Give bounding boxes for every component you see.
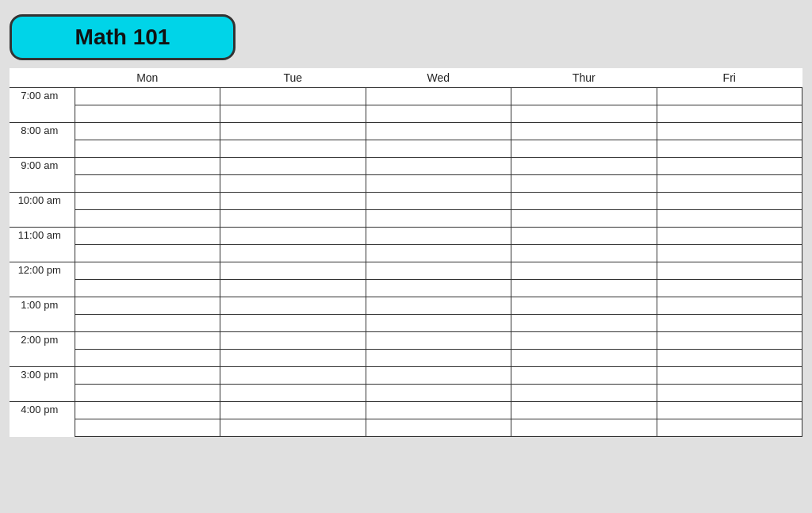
table-row[interactable] <box>657 332 802 350</box>
table-row[interactable] <box>75 210 220 228</box>
table-row[interactable] <box>657 88 802 105</box>
table-row[interactable] <box>511 332 657 350</box>
table-row[interactable] <box>75 193 220 210</box>
table-row[interactable] <box>220 175 366 193</box>
table-row[interactable] <box>657 402 802 419</box>
table-row[interactable] <box>657 123 802 140</box>
table-row[interactable] <box>75 262 220 280</box>
table-row[interactable] <box>220 88 366 105</box>
table-row[interactable] <box>657 419 802 437</box>
table-row[interactable] <box>511 88 657 105</box>
table-row[interactable] <box>75 419 220 437</box>
table-row[interactable] <box>75 297 220 315</box>
table-row[interactable] <box>511 350 657 367</box>
table-row[interactable] <box>220 297 366 315</box>
table-row[interactable] <box>220 315 366 332</box>
table-row[interactable] <box>657 175 802 193</box>
table-row[interactable] <box>75 350 220 367</box>
table-row[interactable] <box>366 262 511 280</box>
table-row[interactable] <box>366 315 511 332</box>
table-row[interactable] <box>220 332 366 350</box>
table-row[interactable] <box>657 350 802 367</box>
table-row[interactable] <box>220 123 366 140</box>
table-row[interactable] <box>366 228 511 245</box>
table-row[interactable] <box>657 367 802 385</box>
table-row[interactable] <box>75 88 220 105</box>
table-row[interactable] <box>657 315 802 332</box>
table-row[interactable] <box>511 123 657 140</box>
table-row[interactable] <box>366 105 511 123</box>
table-row[interactable] <box>366 123 511 140</box>
table-row[interactable] <box>366 280 511 297</box>
table-row[interactable] <box>511 367 657 385</box>
table-row[interactable] <box>511 140 657 158</box>
table-row[interactable] <box>511 315 657 332</box>
table-row[interactable] <box>220 262 366 280</box>
table-row[interactable] <box>511 245 657 262</box>
table-row[interactable] <box>366 88 511 105</box>
table-row[interactable] <box>366 140 511 158</box>
table-row[interactable] <box>366 367 511 385</box>
table-row[interactable] <box>220 228 366 245</box>
table-row[interactable] <box>366 210 511 228</box>
table-row[interactable] <box>75 385 220 402</box>
table-row[interactable] <box>657 297 802 315</box>
table-row[interactable] <box>511 210 657 228</box>
table-row[interactable] <box>220 280 366 297</box>
table-row[interactable] <box>220 140 366 158</box>
table-row[interactable] <box>75 245 220 262</box>
table-row[interactable] <box>220 210 366 228</box>
table-row[interactable] <box>75 315 220 332</box>
table-row[interactable] <box>657 105 802 123</box>
table-row[interactable] <box>366 245 511 262</box>
table-row[interactable] <box>75 228 220 245</box>
table-row[interactable] <box>366 175 511 193</box>
table-row[interactable] <box>511 228 657 245</box>
table-row[interactable] <box>511 419 657 437</box>
table-row[interactable] <box>220 367 366 385</box>
table-row[interactable] <box>366 297 511 315</box>
course-title-badge[interactable]: Math 101 <box>10 14 236 60</box>
table-row[interactable] <box>657 245 802 262</box>
table-row[interactable] <box>511 385 657 402</box>
table-row[interactable] <box>220 350 366 367</box>
table-row[interactable] <box>220 105 366 123</box>
table-row[interactable] <box>657 140 802 158</box>
table-row[interactable] <box>75 367 220 385</box>
table-row[interactable] <box>657 193 802 210</box>
table-row[interactable] <box>220 419 366 437</box>
table-row[interactable] <box>366 158 511 175</box>
table-row[interactable] <box>75 140 220 158</box>
table-row[interactable] <box>657 385 802 402</box>
table-row[interactable] <box>220 193 366 210</box>
table-row[interactable] <box>75 402 220 419</box>
table-row[interactable] <box>511 158 657 175</box>
table-row[interactable] <box>220 245 366 262</box>
table-row[interactable] <box>657 228 802 245</box>
table-row[interactable] <box>220 158 366 175</box>
table-row[interactable] <box>220 402 366 419</box>
table-row[interactable] <box>657 158 802 175</box>
table-row[interactable] <box>657 262 802 280</box>
table-row[interactable] <box>657 210 802 228</box>
table-row[interactable] <box>75 175 220 193</box>
table-row[interactable] <box>511 280 657 297</box>
table-row[interactable] <box>75 280 220 297</box>
table-row[interactable] <box>366 193 511 210</box>
table-row[interactable] <box>366 385 511 402</box>
table-row[interactable] <box>366 332 511 350</box>
table-row[interactable] <box>511 402 657 419</box>
table-row[interactable] <box>511 193 657 210</box>
table-row[interactable] <box>511 262 657 280</box>
table-row[interactable] <box>657 280 802 297</box>
table-row[interactable] <box>75 332 220 350</box>
table-row[interactable] <box>511 297 657 315</box>
table-row[interactable] <box>75 105 220 123</box>
table-row[interactable] <box>511 105 657 123</box>
table-row[interactable] <box>366 402 511 419</box>
table-row[interactable] <box>366 419 511 437</box>
table-row[interactable] <box>75 158 220 175</box>
table-row[interactable] <box>511 175 657 193</box>
table-row[interactable] <box>75 123 220 140</box>
table-row[interactable] <box>366 350 511 367</box>
